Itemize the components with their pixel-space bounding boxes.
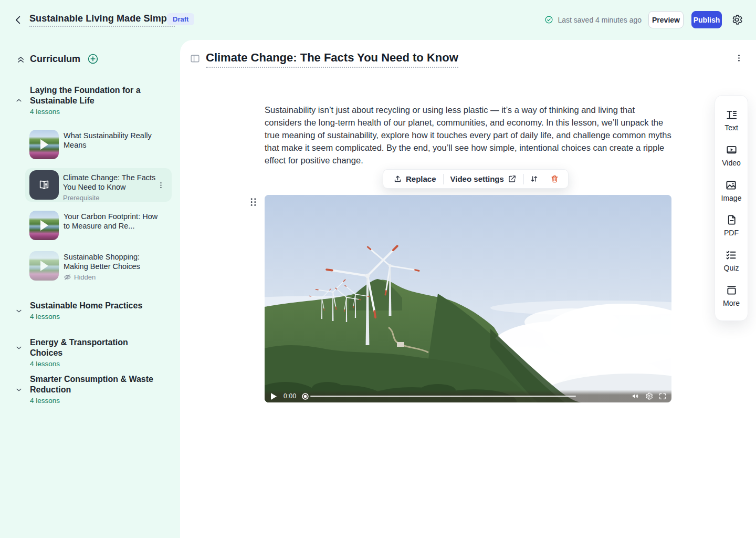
insert-more-button[interactable]: More <box>723 284 740 307</box>
upload-icon <box>393 174 402 183</box>
lesson-item-what-sustainability[interactable]: What Sustainability Really Means <box>29 130 163 159</box>
collapse-all-icon[interactable] <box>16 54 26 64</box>
section-title: Smarter Consumption & Waste Reduction <box>30 374 156 395</box>
pdf-icon <box>726 214 738 226</box>
lesson-reading-tile <box>29 170 59 200</box>
external-link-icon <box>508 174 517 183</box>
video-icon <box>726 144 738 156</box>
lesson-prerequisite-label: Prerequisite <box>63 194 156 202</box>
lesson-editor-panel: Climate Change: The Facts You Need to Kn… <box>180 40 756 538</box>
insert-text-label: Text <box>724 123 738 132</box>
lesson-options-button[interactable] <box>734 54 743 63</box>
publish-button[interactable]: Publish <box>691 11 722 28</box>
lesson-menu-icon[interactable] <box>157 181 165 189</box>
curriculum-header: Curriculum <box>16 53 99 65</box>
add-section-button[interactable] <box>87 53 99 65</box>
last-saved-text: Last saved 4 minutes ago <box>558 16 642 24</box>
curriculum-sidebar: Curriculum Laying the Foundation for a S… <box>0 40 180 538</box>
settings-button[interactable] <box>731 14 743 26</box>
replace-label: Replace <box>406 174 436 183</box>
video-player[interactable]: 0:00 <box>265 195 671 402</box>
lesson-video-thumbnail <box>29 251 59 281</box>
insert-image-button[interactable]: Image <box>721 179 742 202</box>
scrubber-handle[interactable] <box>301 392 309 400</box>
insert-video-button[interactable]: Video <box>722 144 741 167</box>
section-3-header[interactable]: Energy & Transportation Choices 4 lesson… <box>30 337 156 368</box>
fullscreen-icon[interactable] <box>658 392 667 400</box>
toggle-sidebar-icon[interactable] <box>190 54 200 63</box>
section-4-header[interactable]: Smarter Consumption & Waste Reduction 4 … <box>30 374 156 405</box>
trash-icon <box>550 174 559 183</box>
section-lesson-count: 4 lessons <box>30 397 156 405</box>
volume-icon[interactable] <box>631 392 639 400</box>
section-3-expand-icon[interactable] <box>15 344 23 352</box>
last-saved-status: Last saved 4 minutes ago <box>544 15 642 24</box>
section-4-expand-icon[interactable] <box>15 386 23 394</box>
video-frame-wind-turbines <box>265 195 671 402</box>
insert-block-toolbar: Text Video Image PDF Quiz <box>715 95 748 321</box>
play-icon <box>40 261 48 271</box>
player-settings-icon[interactable] <box>645 392 653 400</box>
quiz-icon <box>725 249 737 261</box>
lesson-page-title[interactable]: Climate Change: The Facts You Need to Kn… <box>206 51 458 68</box>
delete-block-button[interactable] <box>544 170 565 188</box>
insert-quiz-label: Quiz <box>724 264 739 272</box>
section-title: Laying the Foundation for a Sustainable … <box>30 85 156 106</box>
drag-handle-icon[interactable] <box>250 198 257 206</box>
insert-pdf-button[interactable]: PDF <box>724 214 739 237</box>
insert-quiz-button[interactable]: Quiz <box>724 249 739 272</box>
eye-off-icon <box>64 273 71 281</box>
lesson-video-thumbnail <box>29 130 59 159</box>
play-icon <box>40 220 48 231</box>
video-block-toolbar: Replace Video settings <box>383 169 569 189</box>
lesson-intro-paragraph[interactable]: Sustainability isn’t just about recyclin… <box>265 104 671 167</box>
move-block-button[interactable] <box>524 170 544 188</box>
insert-video-label: Video <box>722 159 741 167</box>
chevron-left-icon <box>13 14 24 26</box>
text-icon <box>726 109 738 121</box>
kebab-menu-icon <box>734 54 743 63</box>
progress-track[interactable] <box>310 396 576 397</box>
video-controls: 0:00 <box>265 390 671 402</box>
course-title[interactable]: Sustainable Living Made Simple <box>29 13 175 27</box>
top-header: Sustainable Living Made Simple Draft Las… <box>0 0 756 40</box>
lesson-video-thumbnail <box>29 211 59 240</box>
more-blocks-icon <box>726 284 738 296</box>
section-2-header[interactable]: Sustainable Home Practices 4 lessons <box>30 301 156 320</box>
lesson-item-sustainable-shopping[interactable]: Sustainable Shopping: Making Better Choi… <box>29 251 163 281</box>
lesson-item-carbon-footprint[interactable]: Your Carbon Footprint: How to Measure an… <box>29 211 163 240</box>
section-2-expand-icon[interactable] <box>15 307 23 315</box>
video-settings-button[interactable]: Video settings <box>444 170 523 188</box>
lesson-hidden-label: Hidden <box>74 273 96 281</box>
sort-arrows-icon <box>530 174 539 183</box>
video-time: 0:00 <box>284 392 297 400</box>
lesson-item-climate-change[interactable]: Climate Change: The Facts You Need to Kn… <box>25 168 172 202</box>
check-circle-icon <box>544 15 553 24</box>
section-1-header[interactable]: Laying the Foundation for a Sustainable … <box>30 85 156 116</box>
status-badge: Draft <box>167 13 194 25</box>
insert-image-label: Image <box>721 194 742 202</box>
lesson-title: Sustainable Shopping: Making Better Choi… <box>64 252 163 271</box>
section-1-collapse-icon[interactable] <box>15 96 23 105</box>
gear-icon <box>731 14 743 26</box>
section-lesson-count: 4 lessons <box>30 360 156 368</box>
lesson-title: What Sustainability Really Means <box>64 131 163 150</box>
back-button[interactable] <box>13 14 24 26</box>
section-title: Sustainable Home Practices <box>30 301 156 311</box>
replace-video-button[interactable]: Replace <box>386 170 443 188</box>
lesson-title: Your Carbon Footprint: How to Measure an… <box>64 212 163 231</box>
lesson-title: Climate Change: The Facts You Need to Kn… <box>63 173 156 192</box>
play-button[interactable] <box>271 393 277 400</box>
insert-text-button[interactable]: Text <box>724 109 738 132</box>
section-lesson-count: 4 lessons <box>30 108 156 116</box>
insert-pdf-label: PDF <box>724 229 739 237</box>
image-icon <box>725 179 737 191</box>
play-icon <box>40 139 48 150</box>
video-settings-label: Video settings <box>450 174 504 183</box>
section-title: Energy & Transportation Choices <box>30 337 156 358</box>
insert-more-label: More <box>723 299 740 307</box>
section-lesson-count: 4 lessons <box>30 313 156 320</box>
curriculum-title: Curriculum <box>30 54 80 65</box>
book-open-icon <box>37 178 51 192</box>
preview-button[interactable]: Preview <box>648 11 684 28</box>
